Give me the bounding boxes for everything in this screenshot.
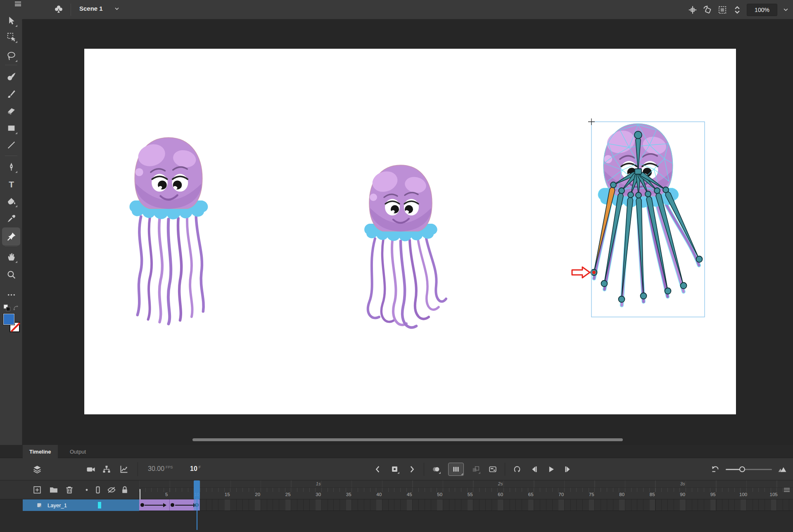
new-layer-button[interactable] [32,485,42,495]
layer-outline-color-swatch[interactable] [98,502,101,508]
keyframe-dot[interactable] [140,503,144,507]
bone-joint[interactable] [663,187,669,193]
eraser-tool[interactable] [3,102,19,119]
slider-knob[interactable] [739,466,745,472]
eyedropper-tool[interactable] [3,210,19,227]
bone[interactable] [622,195,633,299]
layer-row-header[interactable]: Layer_1 [23,499,139,511]
layer-panel-button[interactable] [32,464,42,474]
panel-menu-icon[interactable] [784,488,790,492]
divider [138,462,138,476]
playhead[interactable] [194,480,200,499]
edit-scene-icon[interactable] [53,4,64,15]
zoom-dropdown-icon[interactable] [781,4,790,16]
lasso-tool[interactable] [3,47,19,64]
scene-breadcrumb[interactable]: Scene 1 [79,5,120,12]
seconds-marker: 1s [316,481,321,486]
layer-parenting-button[interactable] [102,464,112,474]
bone-joint[interactable] [628,192,634,198]
tab-timeline[interactable]: Timeline [23,445,58,458]
zoom-stepper-icon[interactable] [732,5,743,15]
chevron-down-icon[interactable] [114,5,120,12]
step-back-button[interactable] [529,464,539,474]
zoom-tool[interactable] [3,266,19,283]
paint-bucket-icon [6,196,17,206]
jellyfish-rigged-selected[interactable] [572,118,705,317]
layer-frames[interactable] [139,499,793,511]
current-frame-field[interactable]: 10F [190,465,201,473]
swap-colors-icon[interactable] [12,305,19,312]
loop-button[interactable] [512,464,522,474]
paint-bucket-tool[interactable] [3,193,19,209]
bone-joint[interactable] [619,296,625,303]
frame-ruler[interactable]: 1s2s3s 510152025303540455055606570758085… [139,480,793,499]
new-folder-button[interactable] [49,485,59,495]
default-colors-icon[interactable] [2,303,12,312]
play-button[interactable] [546,464,556,474]
snap-grid-icon[interactable] [687,5,698,15]
visibility-column-button[interactable] [107,485,116,495]
frame-number: 30 [316,492,321,497]
create-tween-button[interactable] [488,464,498,474]
jellyfish-pose-mid[interactable] [364,165,446,327]
rotate-stage-icon[interactable] [702,5,713,15]
graph-editor-button[interactable] [119,464,129,474]
bone-joint[interactable] [654,188,660,194]
fill-color-swatch[interactable] [3,314,14,325]
bone-joint[interactable] [601,281,608,287]
more-tools-button[interactable] [3,286,19,303]
onion-skin-button[interactable] [431,464,441,474]
bone-joint[interactable] [634,131,642,139]
camera-button[interactable] [86,464,96,474]
timeline-zoom-slider[interactable] [726,464,772,474]
stage-canvas[interactable] [84,49,736,414]
insert-keyframe-button[interactable] [390,464,400,474]
hand-tool[interactable] [3,248,19,265]
frame-number: 95 [710,492,716,497]
layer-name[interactable]: Layer_1 [47,502,67,508]
delete-layer-button[interactable] [64,485,74,495]
bone-joint[interactable] [636,192,641,198]
reset-timeline-zoom-button[interactable] [710,464,720,474]
frame-view-button[interactable] [777,464,787,474]
onion-skin-outlines-button[interactable] [448,463,464,476]
rectangle-tool[interactable] [3,120,19,136]
selection-tool[interactable] [3,12,19,29]
pen-tool[interactable] [3,158,19,175]
line-tool[interactable] [3,137,19,153]
pasteboard[interactable] [22,19,793,445]
toolbar-menu-icon[interactable] [15,2,21,6]
previous-keyframe-button[interactable] [373,464,383,474]
bone-joint[interactable] [619,188,624,194]
bone-joint[interactable] [681,283,687,289]
text-tool[interactable]: T [3,176,19,192]
bone[interactable] [636,195,643,296]
tween-arrow [175,505,194,506]
tab-output[interactable]: Output [63,445,93,458]
selected-joint-marker[interactable] [592,271,596,274]
armature-hub[interactable] [635,169,641,174]
zoom-level-input[interactable]: 100% [747,4,777,16]
free-transform-tool[interactable] [3,28,19,45]
bone-joint[interactable] [696,256,703,262]
bone-joint[interactable] [645,191,651,197]
asset-warp-icon [6,232,17,242]
bone-joint[interactable] [665,288,671,294]
lock-column-button[interactable] [120,485,130,495]
clip-content-icon[interactable] [717,5,728,15]
layer-row[interactable]: Layer_1 [0,499,793,511]
next-keyframe-button[interactable] [407,464,417,474]
fluid-brush-tool[interactable] [3,68,19,85]
edit-multiple-frames-button[interactable] [471,464,481,474]
jellyfish-pose-start[interactable] [130,137,208,324]
horizontal-scrollbar[interactable] [192,438,623,441]
highlight-column-button[interactable] [82,485,92,495]
frame-numbers-band: 5101520253035404550556065707580859095100… [139,487,793,499]
classic-brush-tool[interactable] [3,85,19,102]
outline-column-button[interactable] [93,485,103,495]
bone-joint[interactable] [610,182,616,188]
asset-warp-tool[interactable] [2,227,20,246]
step-forward-button[interactable] [563,464,573,474]
bone-joint[interactable] [641,293,647,299]
fps-field[interactable]: 30.00FPS [148,465,173,473]
